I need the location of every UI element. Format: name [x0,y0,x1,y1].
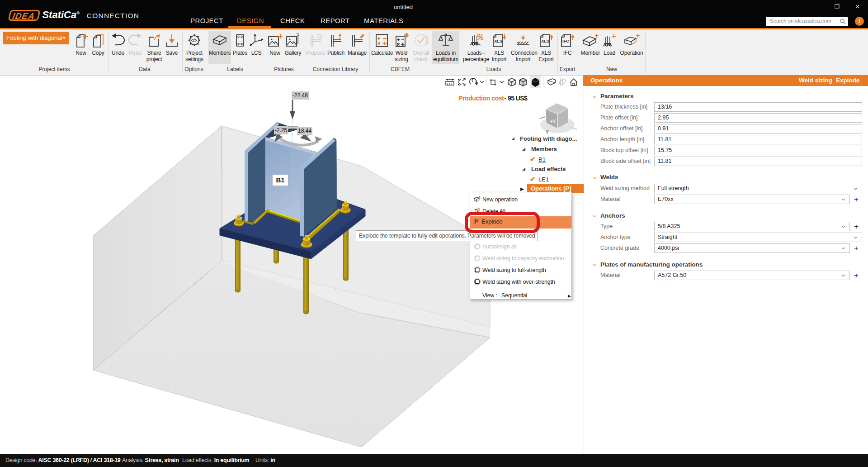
svg-text:</>: </> [191,38,197,43]
svg-text:Y: Y [545,129,549,135]
svg-text:-Z: -Z [562,102,566,106]
svg-text:XLS: XLS [541,38,549,43]
svg-text:XLS: XLS [494,38,502,43]
svg-text:+Y: +Y [550,119,556,124]
svg-text:IFC: IFC [562,38,569,43]
